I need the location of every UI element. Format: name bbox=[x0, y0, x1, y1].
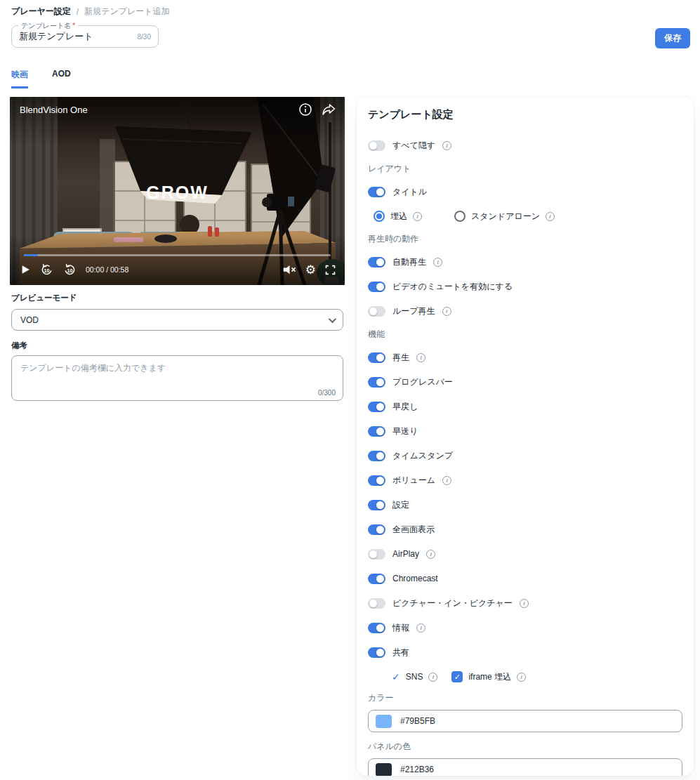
airplay-info-icon[interactable]: i bbox=[426, 550, 435, 559]
toggle-row-play: 再生 i bbox=[368, 350, 682, 364]
video-overlay-text: GROW bbox=[10, 183, 345, 203]
progress-bar[interactable] bbox=[24, 254, 331, 256]
save-button[interactable]: 保存 bbox=[655, 28, 690, 48]
info-label: 情報 bbox=[392, 622, 409, 634]
iframe-info-icon[interactable]: i bbox=[517, 673, 526, 682]
player-settings-button[interactable]: ⚙ bbox=[305, 264, 316, 276]
gear-icon: ⚙ bbox=[305, 264, 316, 276]
notes-textarea[interactable] bbox=[12, 356, 343, 388]
loop-toggle[interactable] bbox=[368, 306, 385, 317]
timestamp-toggle[interactable] bbox=[368, 451, 385, 461]
settings-label: 設定 bbox=[392, 499, 409, 511]
embed-info-icon[interactable]: i bbox=[413, 212, 422, 221]
mute-button[interactable] bbox=[282, 263, 297, 276]
toggle-row-airplay: AirPlay i bbox=[368, 547, 682, 561]
mute-toggle[interactable] bbox=[368, 282, 385, 292]
toggle-row-fullscreen: 全画面表示 bbox=[368, 522, 682, 536]
share-toggle[interactable] bbox=[368, 647, 385, 658]
toggle-row-autoplay: 自動再生 i bbox=[368, 255, 682, 269]
radio-selected-icon bbox=[374, 211, 385, 222]
video-player-preview[interactable]: BlendVision One GROW bbox=[10, 97, 345, 285]
fullscreen-button[interactable] bbox=[324, 264, 336, 276]
sns-checkbox[interactable]: ✓ bbox=[392, 672, 400, 682]
sns-info-icon[interactable]: i bbox=[428, 673, 437, 682]
play-toggle[interactable] bbox=[368, 352, 385, 363]
notes-label: 備考 bbox=[11, 341, 27, 351]
template-name-input[interactable] bbox=[19, 32, 133, 42]
preview-mode-select[interactable]: VOD bbox=[11, 309, 343, 331]
panel-color-input[interactable]: #212B36 bbox=[368, 758, 682, 776]
play-info-icon[interactable]: i bbox=[416, 353, 425, 362]
airplay-toggle[interactable] bbox=[368, 549, 385, 560]
panel-color-hex-value: #212B36 bbox=[400, 765, 434, 774]
fullscreen-label: 全画面表示 bbox=[392, 524, 435, 536]
play-icon bbox=[20, 264, 31, 275]
content-tabs: 映画 AOD bbox=[11, 69, 71, 88]
template-name-field[interactable]: テンプレート名* 8/30 bbox=[11, 25, 159, 48]
hide-all-info-icon[interactable]: i bbox=[442, 141, 451, 150]
title-label: タイトル bbox=[392, 186, 427, 198]
toggle-row-loop: ループ再生 i bbox=[368, 304, 682, 318]
settings-toggle[interactable] bbox=[368, 500, 385, 510]
forward-10-icon: 10 bbox=[62, 263, 77, 277]
title-toggle[interactable] bbox=[368, 187, 385, 197]
rewind-10-button[interactable]: 10 bbox=[39, 263, 54, 277]
radio-standalone-label: スタンドアローン bbox=[471, 211, 540, 223]
iframe-label: iframe 埋込 bbox=[468, 671, 511, 683]
section-playback: 再生時の動作 bbox=[368, 233, 682, 245]
section-layout: レイアウト bbox=[368, 163, 682, 175]
hide-all-toggle[interactable] bbox=[368, 140, 385, 151]
color-input[interactable]: #79B5FB bbox=[368, 710, 682, 732]
layout-radio-group: 埋込 i スタンドアローン i bbox=[374, 209, 682, 223]
template-name-counter: 8/30 bbox=[138, 33, 151, 41]
player-share-button[interactable] bbox=[321, 103, 336, 117]
fullscreen-toggle[interactable] bbox=[368, 524, 385, 535]
toggle-row-forward: 早送り bbox=[368, 424, 682, 438]
iframe-checkbox[interactable]: ✓ bbox=[451, 671, 463, 682]
autoplay-info-icon[interactable]: i bbox=[433, 258, 442, 267]
tab-aod[interactable]: AOD bbox=[52, 69, 71, 88]
radio-standalone[interactable]: スタンドアローン bbox=[454, 211, 540, 223]
timestamp-label: タイムスタンプ bbox=[392, 450, 453, 462]
player-controls: 10 10 00:00 / 00:58 ⚙ bbox=[20, 260, 336, 279]
mute-label: ビデオのミュートを有効にする bbox=[392, 281, 513, 293]
notes-counter: 0/300 bbox=[318, 389, 336, 397]
chromecast-toggle[interactable] bbox=[368, 574, 385, 584]
forward-10-button[interactable]: 10 bbox=[62, 263, 77, 277]
rewind-10-icon: 10 bbox=[39, 263, 54, 277]
forward-label: 早送り bbox=[392, 425, 418, 437]
play-button[interactable] bbox=[20, 264, 31, 275]
preview-mode-value: VOD bbox=[20, 315, 39, 325]
toggle-row-info: 情報 i bbox=[368, 621, 682, 635]
required-asterisk: * bbox=[72, 22, 75, 29]
tab-movie[interactable]: 映画 bbox=[11, 69, 28, 88]
color-label: カラー bbox=[368, 692, 682, 704]
volume-info-icon[interactable]: i bbox=[442, 476, 451, 485]
breadcrumb: プレーヤー設定 / 新規テンプレート追加 bbox=[11, 6, 170, 18]
forward-toggle[interactable] bbox=[368, 426, 385, 437]
rewind-toggle[interactable] bbox=[368, 402, 385, 412]
standalone-info-icon[interactable]: i bbox=[546, 212, 555, 221]
sns-label: SNS bbox=[406, 672, 423, 682]
toggle-row-rewind: 早戻し bbox=[368, 399, 682, 414]
breadcrumb-player-settings[interactable]: プレーヤー設定 bbox=[11, 6, 71, 18]
info-toggle[interactable] bbox=[368, 623, 385, 633]
progress-fill bbox=[24, 254, 38, 256]
radio-embed[interactable]: 埋込 bbox=[374, 211, 407, 223]
pip-toggle[interactable] bbox=[368, 598, 385, 609]
info-circle-icon bbox=[298, 103, 312, 117]
pip-info-icon[interactable]: i bbox=[520, 599, 529, 608]
autoplay-toggle[interactable] bbox=[368, 257, 385, 267]
radio-embed-label: 埋込 bbox=[390, 211, 407, 223]
progressbar-label: プログレスバー bbox=[392, 376, 453, 388]
toggle-row-chromecast: Chromecast bbox=[368, 571, 682, 586]
info-info-icon[interactable]: i bbox=[416, 623, 425, 633]
time-display: 00:00 / 00:58 bbox=[86, 265, 128, 274]
loop-info-icon[interactable]: i bbox=[442, 307, 451, 316]
progressbar-toggle[interactable] bbox=[368, 377, 385, 388]
player-info-button[interactable] bbox=[298, 103, 312, 117]
toggle-row-title: タイトル bbox=[368, 185, 682, 199]
svg-text:10: 10 bbox=[44, 267, 50, 273]
toggle-row-share: 共有 bbox=[368, 645, 682, 659]
volume-toggle[interactable] bbox=[368, 475, 385, 486]
